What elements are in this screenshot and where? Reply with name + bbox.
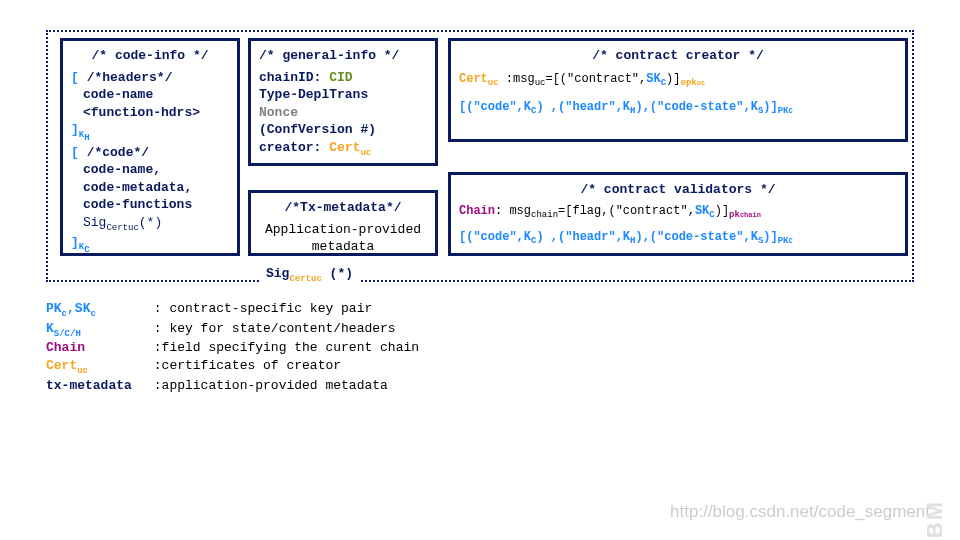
panel-title: /* contract validators */ (459, 181, 897, 199)
legend-row: PKc,SKc : contract-specific key pair (46, 300, 419, 320)
creator-line1: Certuc :msguc=[("contract",SKC)]epkuc (459, 71, 897, 90)
panel-tx-metadata: /*Tx-metadata*/ Application-provided met… (248, 190, 438, 256)
validators-line1: Chain: msgchain=[flag,("contract",SKC)]p… (459, 203, 897, 222)
panel-contract-creator: /* contract creator */ Certuc :msguc=[("… (448, 38, 908, 142)
legend-row: Certuc :certificates of creator (46, 357, 419, 377)
legend-row: tx-metadata :application-provided metada… (46, 377, 419, 395)
panel-code-info: /* code-info */ [ /*headers*/ code-name … (60, 38, 240, 256)
watermark-ibm: IBM (922, 500, 948, 540)
panel-title: /* general-info */ (259, 47, 427, 65)
watermark-url: http://blog.csdn.net/code_segment (670, 502, 930, 522)
panel-title: /*Tx-metadata*/ (259, 199, 427, 217)
code-block: [ /*code*/ code-name, code-metadata, cod… (71, 144, 229, 256)
signature-label: SigCertuc (*) (260, 266, 359, 284)
legend: PKc,SKc : contract-specific key pair KS/… (46, 300, 419, 394)
legend-row: KS/C/H : key for state/content/headers (46, 320, 419, 340)
panel-contract-validators: /* contract validators */ Chain: msgchai… (448, 172, 908, 256)
headers-block: [ /*headers*/ code-name <function-hdrs> … (71, 69, 229, 144)
validators-line2: [("code",KC) ,("headr",KH),("code-state"… (459, 229, 897, 248)
legend-row: Chain :field specifying the curent chain (46, 339, 419, 357)
creator-line2: [("code",KC) ,("headr",KH),("code-state"… (459, 99, 897, 118)
panel-general-info: /* general-info */ chainID: CID Type-Dep… (248, 38, 438, 166)
panel-title: /* contract creator */ (459, 47, 897, 65)
panel-title: /* code-info */ (71, 47, 229, 65)
